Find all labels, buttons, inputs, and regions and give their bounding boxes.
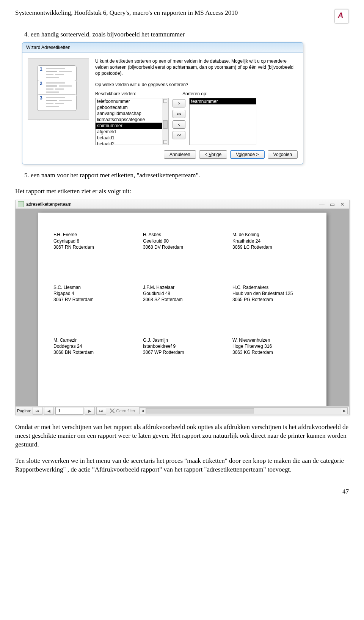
page-label: Pagina: xyxy=(17,409,31,413)
address-label: J.F.M. HazelaarGoudkruid 483068 SZ Rotte… xyxy=(143,284,222,303)
wizard-title-text: Wizard Adresetiketten xyxy=(26,45,71,50)
address-label: G.J. JasmijnIstanboeldreef 93067 WP Rott… xyxy=(143,337,222,356)
available-fields-listbox[interactable]: telefoonnummergeboortedatumaanvanglidmaa… xyxy=(95,98,162,145)
wizard-description: U kunt de etiketten sorteren op een of m… xyxy=(95,58,298,77)
wizard-illustration: 1 2 3 xyxy=(28,58,89,120)
page-header: Systeemontwikkeling, Hoofdstuk 6, Query'… xyxy=(15,9,349,24)
available-field-item[interactable]: geboortedatum xyxy=(96,104,162,110)
window-minimize-icon[interactable]: — xyxy=(319,201,325,207)
address-label: H. AsbesGeelkruid 903068 DV Rotterdam xyxy=(143,232,222,250)
move-buttons-group: > >> < << xyxy=(173,98,185,140)
horizontal-scrollbar[interactable]: ◀ ▶ xyxy=(139,407,348,414)
available-field-item[interactable]: afgemeld xyxy=(96,129,162,135)
nav-prev-button[interactable]: ◀ xyxy=(44,407,54,415)
wizard-right-panel: U kunt de etiketten sorteren op een of m… xyxy=(95,58,298,145)
body-paragraph-1: Omdat er met het verschijnen van het rap… xyxy=(15,423,349,449)
report-status-bar: Pagina: ⏮ ◀ 1 ▶ ⏭ Geen filter ◀ ▶ xyxy=(16,406,349,415)
body-paragraph-2: Ten slotte verwerken we in het menu van … xyxy=(15,457,349,474)
move-left-button[interactable]: < xyxy=(173,120,185,129)
filter-indicator[interactable]: Geen filter xyxy=(110,409,135,413)
body-item-5: 5. een naam voor het rapport met etikett… xyxy=(24,171,349,180)
available-field-item[interactable]: betaald1 xyxy=(96,135,162,141)
move-right-button[interactable]: > xyxy=(173,99,185,107)
window-close-icon[interactable]: ✕ xyxy=(340,201,345,207)
available-field-item[interactable]: aanvanglidmaatschap xyxy=(96,110,162,117)
page-header-title: Systeemontwikkeling, Hoofdstuk 6, Query'… xyxy=(15,9,238,17)
address-label: M. CamezirDoddegras 243068 BN Rotterdam xyxy=(53,337,132,356)
available-field-item[interactable]: lidmaatschapscategorie xyxy=(96,117,162,123)
wizard-titlebar: Wizard Adresetiketten xyxy=(22,43,303,53)
next-button[interactable]: Volgende > xyxy=(230,150,264,159)
wizard-footer: Annuleren < Vorige Volgende > Voltooien xyxy=(22,147,303,164)
body-after-5: Het rapport met etiketten ziet er als vo… xyxy=(15,187,349,196)
report-window: adresetikettenperteam — ▭ ✕ F.H. EverseG… xyxy=(15,200,350,415)
page-number-field[interactable]: 1 xyxy=(55,407,83,415)
label-sort-on: Sorteren op: xyxy=(182,91,207,96)
body-item-4: 4. een handig sorteerveld, zoals bijvoor… xyxy=(24,30,349,39)
available-field-item[interactable]: telefoonnummer xyxy=(96,98,162,104)
wizard-body: 1 2 3 U kunt de etiketten sorteren op ee… xyxy=(22,53,303,147)
available-field-item[interactable]: betaald2 xyxy=(96,141,162,145)
wizard-question: Op welke velden wilt u de gegevens sorte… xyxy=(95,82,298,87)
access-logo-icon xyxy=(334,9,349,24)
nav-first-button[interactable]: ⏮ xyxy=(33,407,42,415)
page-number: 47 xyxy=(15,488,349,495)
report-tab-bar: adresetikettenperteam — ▭ ✕ xyxy=(16,200,349,209)
move-all-right-button[interactable]: >> xyxy=(173,110,185,118)
previous-button[interactable]: < Vorige xyxy=(199,150,227,159)
report-page: F.H. EverseGdyniapad 83067 RN RotterdamH… xyxy=(38,213,326,406)
nav-next-button[interactable]: ▶ xyxy=(85,407,95,415)
address-label: S.C. LiesmanRigapad 43067 RV Rotterdam xyxy=(53,284,132,303)
cancel-button[interactable]: Annuleren xyxy=(164,150,196,159)
address-label: H.C. RademakersHuub van den Brulestraat … xyxy=(232,284,311,303)
address-label: W. NieuwenhuizenHoge Filterweg 3163063 K… xyxy=(232,337,311,356)
illustration-label-3: 3 xyxy=(37,94,77,111)
report-tab-name: adresetikettenperteam xyxy=(26,202,319,207)
funnel-icon xyxy=(110,409,115,413)
window-restore-icon[interactable]: ▭ xyxy=(330,201,335,207)
move-all-left-button[interactable]: << xyxy=(173,131,185,139)
label-available-fields: Beschikbare velden: xyxy=(95,91,182,96)
sort-field-item[interactable]: teamnummer xyxy=(190,98,256,104)
finish-button[interactable]: Voltooien xyxy=(268,150,298,159)
address-label: M. de KoningKraaiheide 243069 LC Rotterd… xyxy=(232,232,311,250)
available-field-item[interactable]: shirtnummer xyxy=(96,123,162,129)
wizard-window: Wizard Adresetiketten 1 2 3 xyxy=(22,42,303,164)
sort-on-listbox[interactable]: teamnummer xyxy=(189,98,256,145)
available-scrollbar[interactable] xyxy=(162,98,169,145)
report-icon xyxy=(18,201,24,207)
address-label: F.H. EverseGdyniapad 83067 RN Rotterdam xyxy=(53,232,132,250)
nav-last-button[interactable]: ⏭ xyxy=(96,407,106,415)
report-preview-area[interactable]: F.H. EverseGdyniapad 83067 RN RotterdamH… xyxy=(16,209,349,406)
